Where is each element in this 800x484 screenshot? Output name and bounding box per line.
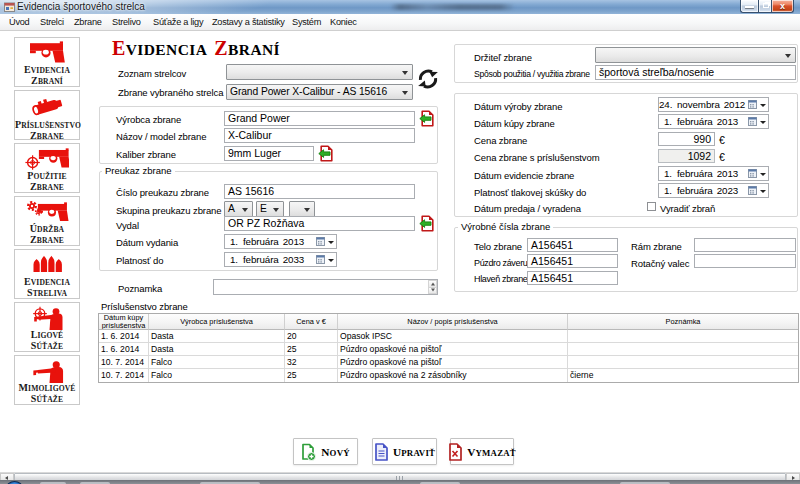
valid-until-picker[interactable]: 1.februára2033 <box>224 252 337 267</box>
table-cell[interactable] <box>568 343 798 356</box>
retire-weapon-checkbox[interactable] <box>647 202 656 211</box>
table-cell[interactable]: Púzdro opaskové na pištoľ <box>338 343 568 356</box>
col-header-cena[interactable]: Cena v € <box>285 314 338 330</box>
shooters-label: Zoznam strelcov <box>118 68 186 79</box>
serial-barrel-input[interactable]: A156451 <box>527 271 618 285</box>
weapons-select[interactable]: Grand Power X-Calibur - AS 15616 <box>226 84 413 100</box>
category-select-1[interactable]: A <box>224 201 253 217</box>
col-header-poznamka[interactable]: Poznámka <box>568 314 798 330</box>
sidebar-item-pouzitie-zbrane[interactable]: POUŽITIEZBRANE <box>14 143 80 193</box>
serial-body-input[interactable]: A156451 <box>527 238 618 252</box>
serial-cylinder-label: Rotačný valec <box>631 258 689 269</box>
table-cell[interactable]: 25 <box>285 343 338 356</box>
menu-uvod[interactable]: Úvod <box>9 16 29 29</box>
import-icon[interactable] <box>419 215 434 232</box>
edit-button[interactable]: UPRAVIŤ <box>372 438 437 465</box>
note-input[interactable] <box>213 279 438 295</box>
sidebar-item-ligove-sutaze[interactable]: LIGOVÉSÚŤAŽE <box>14 302 80 352</box>
menu-strelivo[interactable]: Strelivo <box>112 16 141 29</box>
serial-cylinder-input[interactable] <box>694 254 796 268</box>
menu-koniec[interactable]: Koniec <box>330 16 357 29</box>
col-header-nazov[interactable]: Názov / popis príslušenstva <box>338 314 568 330</box>
valid-until-label: Platnosť do <box>116 255 163 266</box>
caliber-input[interactable]: 9mm Luger <box>224 146 314 161</box>
chevron-down-icon <box>304 208 310 212</box>
sidebar-item-evidencia-streliva[interactable]: EVIDENCIASTRELIVA <box>14 249 80 299</box>
manufacturer-input[interactable]: Grand Power <box>224 111 415 126</box>
accessories-table: Dátum kúpy príslušenstva Výrobca prísluš… <box>98 313 799 383</box>
license-number-input[interactable]: AS 15616 <box>224 184 415 199</box>
table-cell[interactable]: 1. 6. 2014 <box>99 330 149 343</box>
menu-sutaze-a-ligy[interactable]: Súťaže a ligy <box>153 16 203 29</box>
sidebar-item-label: EVIDENCIA <box>15 65 79 76</box>
serial-frame-input[interactable] <box>694 238 796 252</box>
sidebar-item-udrzba-zbrane[interactable]: ÚDRŽBAZBRANE <box>14 196 80 246</box>
table-cell[interactable]: Falco <box>149 369 285 382</box>
close-button[interactable]: x <box>772 0 794 13</box>
table-cell[interactable]: Púzdro opaskové na pištoľ <box>338 356 568 369</box>
menu-system[interactable]: Systém <box>292 16 321 29</box>
purchased-date-picker[interactable]: 1.februára2013 <box>658 114 769 129</box>
date-day: 24. <box>659 98 672 111</box>
col-header-vyrobca[interactable]: Výrobca príslušenstva <box>149 314 285 330</box>
serial-slide-label: Púzdro záveru <box>474 258 527 269</box>
table-cell[interactable]: Falco <box>149 356 285 369</box>
issue-date-label: Dátum vydania <box>116 237 178 248</box>
sidebar-item-evidencia-zbrani[interactable]: EVIDENCIAZBRANÍ <box>14 37 80 87</box>
model-input[interactable]: X-Calibur <box>224 128 415 143</box>
table-cell[interactable]: Dasta <box>149 343 285 356</box>
menu-zostavy-a-statistiky[interactable]: Zostavy a štatistiky <box>212 16 285 29</box>
new-button[interactable]: NOVÝ <box>293 438 358 465</box>
scroll-down-icon[interactable] <box>428 287 437 295</box>
import-icon[interactable] <box>318 145 333 162</box>
manufactured-date-picker[interactable]: 24.novembra2012 <box>658 97 769 112</box>
note-label: Poznamka <box>118 283 162 294</box>
table-cell[interactable]: 10. 7. 2014 <box>99 356 149 369</box>
table-cell[interactable]: 1. 6. 2014 <box>99 343 149 356</box>
issuer-input[interactable]: OR PZ Rožňava <box>224 216 415 231</box>
table-cell[interactable]: 25 <box>285 369 338 382</box>
registered-date-picker[interactable]: 1.februára2013 <box>658 166 769 181</box>
table-cell[interactable]: čierne <box>568 369 798 382</box>
table-cell[interactable]: Dasta <box>149 330 285 343</box>
table-cell[interactable] <box>568 330 798 343</box>
button-label: NOVÝ <box>321 446 350 458</box>
usage-input[interactable]: športová streľba/nosenie <box>595 65 796 80</box>
sidebar-item-label: ZBRANE <box>15 235 79 246</box>
serial-slide-input[interactable]: A156451 <box>527 254 618 268</box>
table-cell[interactable]: Púzdro opaskové na 2 zásobníky <box>338 369 568 382</box>
sidebar-item-prislusenstvo-zbrane[interactable]: PRÍSLUŠENSTVOZBRANE <box>14 90 80 140</box>
table-cell[interactable]: 32 <box>285 356 338 369</box>
maximize-button[interactable] <box>758 0 772 13</box>
shooters-select[interactable] <box>226 64 413 80</box>
category-select-2[interactable]: E <box>256 201 284 217</box>
pressure-test-date-picker[interactable]: 1.februára2023 <box>658 183 769 198</box>
minimize-icon <box>745 6 754 8</box>
table-cell[interactable]: 10. 7. 2014 <box>99 369 149 382</box>
chevron-down-icon <box>402 71 408 75</box>
category-select-3[interactable] <box>289 201 315 217</box>
horizontal-scrollbar[interactable] <box>0 472 800 480</box>
menu-strelci[interactable]: Strelci <box>40 16 64 29</box>
date-month: februára <box>677 115 713 128</box>
col-header-datum-kupy[interactable]: Dátum kúpy príslušenstva <box>99 314 149 330</box>
sidebar-item-mimoligove-sutaze[interactable]: MIMOLIGOVÉSÚŤAŽE <box>14 355 80 405</box>
minimize-button[interactable] <box>740 0 758 13</box>
table-cell[interactable]: 20 <box>285 330 338 343</box>
manufacturer-label: Výrobca zbrane <box>116 114 181 125</box>
delete-button[interactable]: VYMAZAŤ <box>450 438 514 465</box>
menu-zbrane[interactable]: Zbrane <box>74 16 102 29</box>
import-icon[interactable] <box>419 110 434 127</box>
issue-date-picker[interactable]: 1.februára2013 <box>224 234 337 249</box>
pistol-crosshair-icon <box>25 147 69 171</box>
table-cell[interactable] <box>568 356 798 369</box>
note-scrollbar[interactable] <box>428 280 437 294</box>
holder-select[interactable] <box>595 47 796 63</box>
price-input[interactable]: 990 <box>658 132 715 146</box>
table-cell[interactable]: Opasok IPSC <box>338 330 568 343</box>
registered-label: Dátum evidencie zbrane <box>474 170 574 181</box>
sidebar-item-label: STRELIVA <box>15 288 79 299</box>
price-total-input: 1092 <box>658 149 715 163</box>
refresh-icon[interactable] <box>417 66 440 93</box>
sidebar-item-label: MIMOLIGOVÉ <box>15 383 79 394</box>
